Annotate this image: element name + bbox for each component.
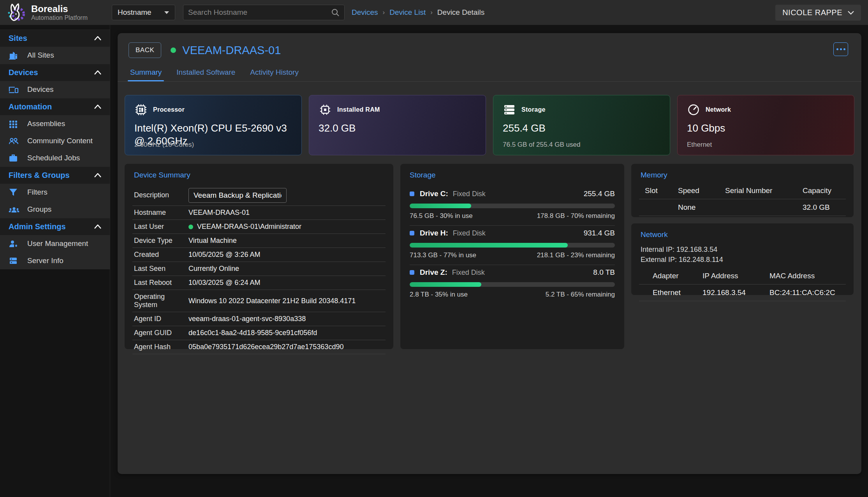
description-input[interactable]: [188, 188, 287, 203]
sidebar-section-label: Devices: [9, 68, 38, 77]
row-label: Hostname: [134, 209, 188, 217]
sidebar-section-devices[interactable]: Devices: [0, 64, 110, 81]
row-value: 10/03/2025 @ 6:24 AM: [188, 279, 260, 287]
summary-row-last-reboot: Last Reboot 10/03/2025 @ 6:24 AM: [132, 276, 386, 290]
device-actions-menu-button[interactable]: [833, 42, 848, 56]
drive-type: Fixed Disk: [453, 229, 486, 237]
chevron-up-icon: [94, 173, 101, 177]
row-label: Agent ID: [134, 315, 188, 323]
sidebar-item-user-management[interactable]: User Management: [0, 235, 110, 252]
search-box[interactable]: [183, 5, 345, 20]
stat-card-title: Network: [706, 106, 731, 113]
row-value: de16c0c1-8aa2-4d18-9585-9ce91cf056fd: [188, 329, 317, 337]
sidebar-item-assemblies[interactable]: Assemblies: [0, 115, 110, 132]
row-label: Agent GUID: [134, 329, 188, 337]
drive-name: Drive Z:: [420, 268, 447, 277]
chevron-up-icon: [94, 36, 101, 40]
drive-z-row: Drive Z: Fixed Disk 8.0 TB 2.8 TB - 35% …: [410, 265, 615, 304]
chevron-up-icon: [94, 70, 101, 75]
device-tabs: Summary Installed Software Activity Hist…: [130, 68, 861, 81]
sidebar-item-devices[interactable]: Devices: [0, 81, 110, 98]
sidebar-item-groups[interactable]: Groups: [0, 201, 110, 218]
memory-panel: Memory Slot Speed Serial Number Capacity…: [631, 164, 854, 217]
row-label: Device Type: [134, 237, 188, 245]
drive-c-row: Drive C: Fixed Disk 255.4 GB 76.5 GB - 3…: [410, 186, 615, 226]
row-value: VEEAM-DRAAS-01\Administrator: [197, 223, 301, 231]
sidebar-section-admin-settings[interactable]: Admin Settings: [0, 218, 110, 235]
sidebar-item-community-content[interactable]: Community Content: [0, 132, 110, 149]
row-value: Virtual Machine: [188, 237, 237, 245]
breadcrumb-devices[interactable]: Devices: [352, 8, 378, 17]
tab-installed-software[interactable]: Installed Software: [176, 68, 235, 81]
brand: Borealis Automation Platform: [0, 2, 110, 23]
row-value: 10/05/2025 @ 3:26 AM: [188, 251, 260, 259]
drive-size: 931.4 GB: [584, 229, 615, 237]
device-title: VEEAM-DRAAS-01: [182, 44, 281, 57]
search-field-dropdown-value: Hostname: [118, 8, 151, 17]
briefcase-icon: [9, 153, 19, 163]
user-menu-button[interactable]: NICOLE RAPPE: [775, 5, 861, 21]
sidebar-item-label: Server Info: [27, 256, 63, 265]
sidebar-item-label: User Management: [27, 239, 88, 248]
ram-chip-icon: [319, 103, 332, 116]
drive-usage-bar: [410, 282, 615, 287]
summary-row-last-seen: Last Seen Currently Online: [132, 262, 386, 276]
network-mac-value: BC:24:11:CA:C6:2C: [769, 288, 846, 297]
sidebar-section-label: Filters & Groups: [9, 171, 70, 180]
search-icon[interactable]: [331, 8, 340, 17]
user-gear-icon: [9, 239, 19, 248]
search-field-dropdown[interactable]: Hostname: [112, 5, 175, 20]
back-button[interactable]: BACK: [129, 42, 161, 58]
network-header-adapter: Adapter: [653, 272, 702, 280]
drive-type: Fixed Disk: [452, 269, 485, 277]
breadcrumb-separator: ›: [430, 9, 433, 16]
sidebar-item-filters[interactable]: Filters: [0, 184, 110, 201]
summary-row-created: Created 10/05/2025 @ 3:26 AM: [132, 248, 386, 262]
search-input[interactable]: [188, 8, 331, 17]
drive-usage-fill: [410, 204, 471, 208]
sidebar-section-filters-groups[interactable]: Filters & Groups: [0, 167, 110, 184]
drive-used: 2.8 TB - 35% in use: [410, 291, 468, 299]
stat-card-title: Processor: [153, 106, 185, 113]
row-label: Last User: [134, 223, 188, 231]
drive-h-row: Drive H: Fixed Disk 931.4 GB 713.3 GB - …: [410, 226, 615, 265]
sidebar-item-all-sites[interactable]: All Sites: [0, 47, 110, 64]
sidebar-item-label: Community Content: [27, 137, 93, 145]
tab-summary[interactable]: Summary: [130, 68, 162, 81]
network-sub: Ethernet: [687, 141, 712, 149]
network-card: Network 10 Gbps Ethernet: [677, 95, 854, 155]
memory-header-capacity: Capacity: [803, 186, 846, 195]
internal-ip: Internal IP: 192.168.3.54: [641, 244, 844, 255]
sidebar-section-sites[interactable]: Sites: [0, 30, 110, 47]
breadcrumb-device-list[interactable]: Device List: [389, 8, 426, 17]
drive-bullet-icon: [410, 270, 414, 275]
drive-usage-bar: [410, 243, 615, 248]
caret-down-icon: [164, 11, 169, 14]
summary-row-hostname: Hostname VEEAM-DRAAS-01: [132, 206, 386, 220]
memory-serial-value: [725, 203, 803, 212]
drive-usage-bar: [410, 204, 615, 208]
tab-activity-history[interactable]: Activity History: [250, 68, 299, 81]
ellipsis-icon: [840, 48, 842, 50]
brand-subtitle: Automation Platform: [31, 15, 88, 21]
summary-row-operating-system: Operating System Windows 10 2022 Datacen…: [132, 290, 386, 312]
sidebar-section-automation[interactable]: Automation: [0, 98, 110, 115]
server-icon: [9, 256, 19, 265]
grid-icon: [9, 119, 19, 128]
sidebar-item-scheduled-jobs[interactable]: Scheduled Jobs: [0, 149, 110, 167]
drive-bullet-icon: [410, 231, 414, 235]
breadcrumb-device-details: Device Details: [437, 8, 484, 17]
network-panel: Network Internal IP: 192.168.3.54 Extern…: [631, 223, 854, 295]
sidebar-item-label: Devices: [27, 85, 54, 94]
row-label: Created: [134, 251, 188, 259]
row-value: 05ba0e7935171d626ecea29b27d7ae175363cd90: [188, 343, 343, 351]
cpu-icon: [134, 103, 148, 116]
network-header-mac: MAC Address: [769, 272, 846, 280]
network-value: 10 Gbps: [687, 122, 843, 135]
device-summary-title: Device Summary: [125, 164, 393, 185]
rabbit-logo-icon: [5, 2, 26, 23]
drive-name: Drive H:: [420, 229, 448, 237]
summary-row-device-type: Device Type Virtual Machine: [132, 234, 386, 248]
summary-row-agent-guid: Agent GUID de16c0c1-8aa2-4d18-9585-9ce91…: [132, 326, 386, 340]
sidebar-item-server-info[interactable]: Server Info: [0, 252, 110, 269]
